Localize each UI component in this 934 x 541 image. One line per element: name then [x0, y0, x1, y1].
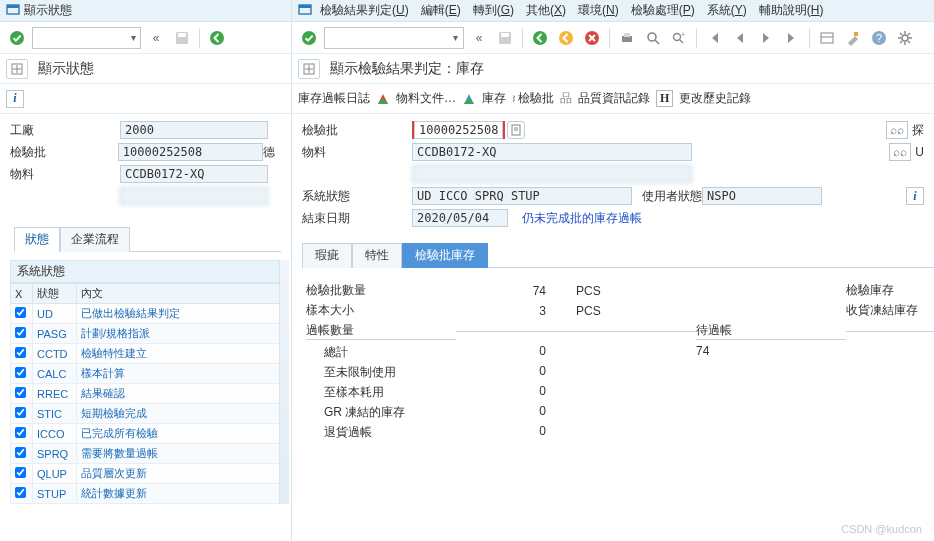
table-row[interactable]: STIC短期檢驗完成: [11, 404, 289, 424]
status-code[interactable]: STUP: [37, 488, 66, 500]
menu-sys[interactable]: 系統(Y): [703, 2, 751, 19]
lot-search-icon[interactable]: [507, 121, 525, 139]
table-row[interactable]: QLUP品質層次更新: [11, 464, 289, 484]
menu-help[interactable]: 輔助說明(H): [755, 2, 828, 19]
status-text[interactable]: 品質層次更新: [81, 467, 147, 479]
exit-icon[interactable]: [555, 27, 577, 49]
menu-proc[interactable]: 檢驗處理(P): [627, 2, 699, 19]
menu-goto[interactable]: 轉到(G): [469, 2, 518, 19]
picker-icon[interactable]: [6, 59, 28, 79]
tab-defects[interactable]: 瑕疵: [302, 243, 352, 268]
info-icon[interactable]: i: [6, 90, 24, 108]
row-check[interactable]: [15, 327, 26, 338]
table-row[interactable]: CALC樣本計算: [11, 364, 289, 384]
btn-stock[interactable]: 庫存: [482, 90, 506, 107]
command-field[interactable]: ▾: [32, 27, 141, 49]
back-icon[interactable]: [206, 27, 228, 49]
row-check[interactable]: [15, 367, 26, 378]
status-code[interactable]: UD: [37, 308, 53, 320]
picker-icon-right[interactable]: [298, 59, 320, 79]
status-text[interactable]: 樣本計算: [81, 367, 125, 379]
status-code[interactable]: SPRQ: [37, 448, 68, 460]
glasses-icon-2[interactable]: ⌕⌕: [889, 143, 911, 161]
info-icon-right[interactable]: i: [906, 187, 924, 205]
menu-ud[interactable]: 檢驗結果判定(U): [316, 2, 413, 19]
row-check[interactable]: [15, 427, 26, 438]
glasses-icon[interactable]: ⌕⌕: [886, 121, 908, 139]
status-text[interactable]: 短期檢驗完成: [81, 407, 147, 419]
help-icon[interactable]: ?: [868, 27, 890, 49]
row-check[interactable]: [15, 407, 26, 418]
menu-edit[interactable]: 編輯(E): [417, 2, 465, 19]
tab-process[interactable]: 企業流程: [60, 227, 130, 252]
lot-value[interactable]: 10000252508: [414, 121, 503, 139]
stock-grid: 檢驗批數量 74 PCS 檢驗庫存 樣本大小 3 PCS 收貨凍結庫存 過帳數量…: [306, 282, 924, 340]
status-code[interactable]: ICCO: [37, 428, 65, 440]
ok-icon-right[interactable]: [298, 27, 320, 49]
status-text[interactable]: 統計數據更新: [81, 487, 147, 499]
svg-point-5: [210, 31, 224, 45]
table-row[interactable]: RREC結果確認: [11, 384, 289, 404]
btn-posting-journal[interactable]: 庫存過帳日誌: [298, 90, 370, 107]
status-code[interactable]: CCTD: [37, 348, 68, 360]
row-check[interactable]: [15, 487, 26, 498]
save-icon-right[interactable]: [494, 27, 516, 49]
first-icon[interactable]: [703, 27, 725, 49]
save-icon[interactable]: [171, 27, 193, 49]
btn-lot[interactable]: 檢驗批: [518, 90, 554, 107]
status-code[interactable]: QLUP: [37, 468, 67, 480]
status-code[interactable]: STIC: [37, 408, 62, 420]
table-row[interactable]: SPRQ需要將數量過帳: [11, 444, 289, 464]
back-icon-right[interactable]: [529, 27, 551, 49]
status-text[interactable]: 檢驗特性建立: [81, 347, 147, 359]
command-input[interactable]: [37, 31, 127, 45]
menu-env[interactable]: 環境(N): [574, 2, 623, 19]
status-code[interactable]: CALC: [37, 368, 66, 380]
btn-history[interactable]: 更改歷史記錄: [679, 90, 751, 107]
row-check[interactable]: [15, 467, 26, 478]
row-check[interactable]: [15, 387, 26, 398]
row-check[interactable]: [15, 447, 26, 458]
collapse-icon[interactable]: «: [145, 27, 167, 49]
tab-chars[interactable]: 特性: [352, 243, 402, 268]
layout-icon[interactable]: [816, 27, 838, 49]
collapse-icon-right[interactable]: «: [468, 27, 490, 49]
dropdown-icon-right[interactable]: ▾: [449, 32, 458, 43]
command-input-right[interactable]: [329, 31, 449, 45]
table-row[interactable]: ICCO已完成所有檢驗: [11, 424, 289, 444]
btn-qinfo[interactable]: 品質資訊記錄: [578, 90, 650, 107]
row-check[interactable]: [15, 347, 26, 358]
cancel-icon[interactable]: [581, 27, 603, 49]
tab-status[interactable]: 狀態: [14, 227, 60, 252]
dropdown-icon[interactable]: ▾: [127, 32, 136, 43]
return-label: 退貨過帳: [324, 424, 456, 441]
row-check[interactable]: [15, 307, 26, 318]
menu-other[interactable]: 其他(X): [522, 2, 570, 19]
status-text[interactable]: 已做出檢驗結果判定: [81, 307, 180, 319]
settings-icon[interactable]: [894, 27, 916, 49]
note-link[interactable]: 仍未完成批的庫存過帳: [522, 210, 642, 227]
last-icon[interactable]: [781, 27, 803, 49]
status-text[interactable]: 結果確認: [81, 387, 125, 399]
find-icon[interactable]: [642, 27, 664, 49]
prev-icon[interactable]: [729, 27, 751, 49]
status-code[interactable]: RREC: [37, 388, 68, 400]
shortcut-icon[interactable]: [842, 27, 864, 49]
status-text[interactable]: 需要將數量過帳: [81, 447, 158, 459]
tab-lotstock[interactable]: 檢驗批庫存: [402, 243, 488, 268]
table-row[interactable]: PASG計劃/規格指派: [11, 324, 289, 344]
print-icon[interactable]: [616, 27, 638, 49]
status-code[interactable]: PASG: [37, 328, 67, 340]
findnext-icon[interactable]: +: [668, 27, 690, 49]
status-text[interactable]: 已完成所有檢驗: [81, 427, 158, 439]
table-row[interactable]: CCTD檢驗特性建立: [11, 344, 289, 364]
status-text[interactable]: 計劃/規格指派: [81, 327, 150, 339]
table-row[interactable]: UD已做出檢驗結果判定: [11, 304, 289, 324]
ok-icon[interactable]: [6, 27, 28, 49]
table-row[interactable]: STUP統計數據更新: [11, 484, 289, 504]
command-field-right[interactable]: ▾: [324, 27, 464, 49]
userstat-value: NSPO: [702, 187, 822, 205]
next-icon[interactable]: [755, 27, 777, 49]
left-scrollbar[interactable]: [279, 260, 289, 504]
btn-mat-doc[interactable]: 物料文件…: [396, 90, 456, 107]
